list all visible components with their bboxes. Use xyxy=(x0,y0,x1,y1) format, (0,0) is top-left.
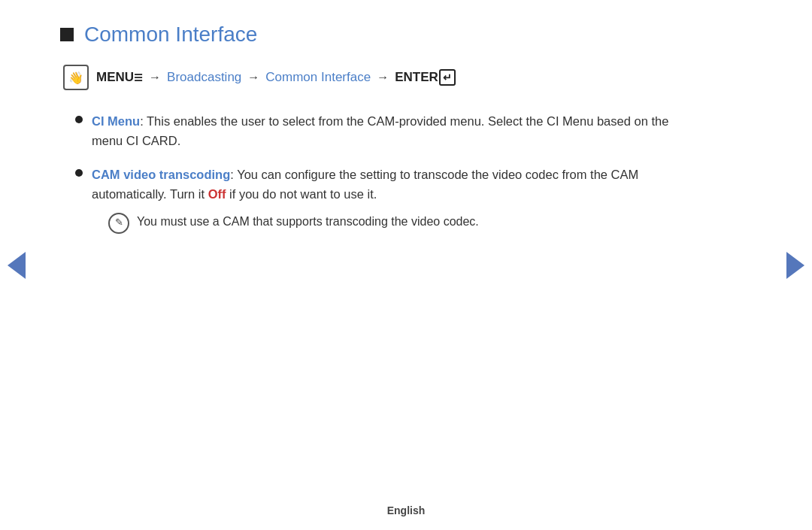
breadcrumb-arrow-3: → xyxy=(377,71,389,84)
title-row: Common Interface xyxy=(60,23,677,47)
breadcrumb: 👋 MENU☰ → Broadcasting → Common Interfac… xyxy=(63,65,677,90)
cam-video-text-after: if you do not want to use it. xyxy=(226,187,377,201)
footer-language: English xyxy=(387,504,426,516)
breadcrumb-menu-label: MENU☰ xyxy=(96,70,143,85)
page-title: Common Interface xyxy=(84,23,257,47)
note-icon: ✎ xyxy=(108,213,129,234)
ci-menu-label: CI Menu xyxy=(92,114,140,128)
bullet-dot-icon xyxy=(75,116,83,123)
bullet-list: CI Menu: This enables the user to select… xyxy=(75,111,677,234)
cam-video-label: CAM video transcoding xyxy=(92,168,230,181)
breadcrumb-common-interface: Common Interface xyxy=(265,70,371,85)
breadcrumb-enter: ENTER↵ xyxy=(395,69,456,86)
bullet-dot-icon xyxy=(75,169,83,177)
breadcrumb-arrow-1: → xyxy=(149,71,161,84)
nav-arrow-left[interactable] xyxy=(8,252,26,279)
breadcrumb-broadcasting: Broadcasting xyxy=(167,70,241,85)
list-item: CI Menu: This enables the user to select… xyxy=(75,111,677,151)
list-item: CAM video transcoding: You can configure… xyxy=(75,165,677,234)
main-content: Common Interface 👋 MENU☰ → Broadcasting … xyxy=(0,0,737,270)
cam-video-content: CAM video transcoding: You can configure… xyxy=(92,165,677,234)
note-row: ✎ You must use a CAM that supports trans… xyxy=(108,212,677,234)
menu-icon: 👋 xyxy=(63,65,89,90)
nav-arrow-right[interactable] xyxy=(786,252,804,279)
breadcrumb-arrow-2: → xyxy=(247,71,259,84)
enter-box-icon: ↵ xyxy=(439,69,456,86)
ci-menu-content: CI Menu: This enables the user to select… xyxy=(92,111,677,151)
title-square-icon xyxy=(60,28,74,41)
ci-menu-text: : This enables the user to select from t… xyxy=(92,114,668,147)
note-text: You must use a CAM that supports transco… xyxy=(137,212,479,232)
cam-video-off-word: Off xyxy=(208,187,226,201)
